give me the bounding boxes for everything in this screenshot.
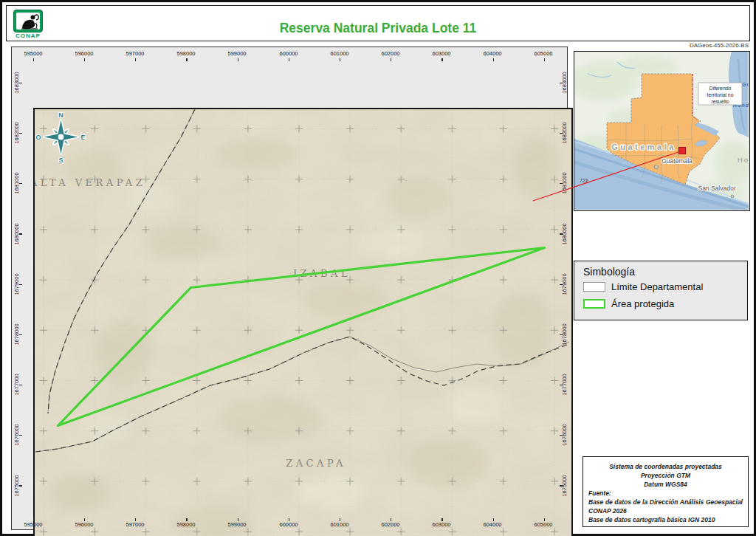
grid-label-bottom: 598000	[176, 521, 195, 528]
main-map-frame: 595000 596000 597000 598000 599000 60000…	[11, 47, 568, 530]
grid-label-bottom: 599000	[227, 521, 246, 528]
territorial-note: Diferendo territorial no resuelto	[698, 83, 742, 105]
grid-label-right: 1680000	[561, 223, 568, 244]
grid-label-top: 599000	[227, 50, 246, 57]
guatemala-inset: Guatemala Guatemala San Salvador Ho Gu H…	[574, 52, 749, 210]
legend-item-label: Área protegida	[611, 298, 674, 309]
grid-label-right: 1681000	[561, 172, 568, 193]
crs-line: Sistema de coordenadas proyectadas	[588, 462, 743, 471]
grid-label-left: 1676000	[13, 424, 20, 445]
topographic-map: ALTA VERAPAZ IZABAL ZACAPA N E S O	[35, 109, 571, 536]
grid-label-left: 1681000	[13, 172, 20, 193]
country-label: Guatemala	[611, 142, 676, 151]
sea-name-fragment: Gu	[742, 82, 749, 87]
protected-area-swatch	[583, 299, 605, 309]
grid-label-right: 1676000	[561, 424, 568, 445]
san-salvador-label: San Salvador	[698, 185, 735, 192]
legend-item-label: Límite Departamental	[611, 281, 703, 292]
grid-label-bottom: 604000	[483, 521, 501, 528]
grid-ticks-top	[24, 58, 558, 61]
coordinate-grid	[35, 109, 571, 536]
compass-east-label: E	[80, 134, 85, 141]
grid-label-top: 600000	[279, 50, 298, 57]
source-line-1: Base de datos de la Dirección Análisis G…	[588, 498, 743, 506]
grid-label-right: 1675000	[561, 475, 568, 496]
grid-label-top: 604000	[483, 50, 501, 57]
conap-logo-label: CONAP	[9, 32, 47, 39]
grid-label-top: 597000	[126, 50, 144, 57]
locator-inset-map: Guatemala Guatemala San Salvador Ho Gu H…	[574, 51, 750, 211]
grid-label-bottom: 595000	[24, 521, 42, 528]
compass-north-label: N	[58, 111, 63, 119]
compass-south-label: S	[58, 157, 63, 164]
grid-label-bottom: 602000	[381, 521, 399, 528]
legend-title: Simbología	[583, 266, 635, 278]
capital-city-dot	[654, 165, 658, 168]
grid-label-left: 1680000	[13, 223, 20, 244]
grid-label-bottom: 605000	[534, 521, 552, 528]
grid-label-left: 1683000	[13, 72, 20, 93]
departmental-limit-swatch	[583, 282, 605, 292]
grid-label-right: 1679000	[561, 273, 568, 295]
map-sheet: Reserva Natural Privada Lote 11 CONAP DA…	[0, 0, 756, 536]
legend-item-protected-area: Área protegida	[583, 298, 674, 309]
grid-label-left: 1679000	[13, 273, 20, 295]
datum-line: Datum WGS84	[588, 480, 743, 489]
legend-item-departmental-limit: Límite Departamental	[583, 281, 703, 292]
grid-label-top: 605000	[534, 50, 552, 57]
conap-logo-icon	[13, 10, 43, 32]
note-line-1: Diferendo	[709, 86, 732, 91]
grid-label-top: 595000	[24, 50, 42, 57]
san-salvador-dot	[731, 195, 734, 198]
monkey-icon	[16, 13, 41, 31]
document-code: DAGeos-455-2026-BS	[690, 42, 749, 49]
note-line-3: resuelto	[711, 99, 729, 104]
grid-label-bottom: 603000	[432, 521, 450, 528]
grid-label-bottom: 600000	[279, 521, 298, 528]
grid-label-right: 1678000	[561, 323, 568, 345]
legend: Simbología Límite Departamental Área pro…	[574, 261, 748, 320]
note-line-2: territorial no	[707, 92, 734, 97]
location-marker-icon	[679, 148, 686, 154]
grid-label-bottom: 596000	[75, 521, 93, 528]
grid-label-left: 1677000	[13, 374, 20, 395]
compass-west-label: O	[35, 134, 41, 141]
page-title: Reserva Natural Privada Lote 11	[7, 21, 749, 36]
region-label-alta-verapaz: ALTA VERAPAZ	[35, 177, 145, 188]
road-number-label: 721	[580, 178, 588, 183]
grid-label-top: 603000	[432, 50, 450, 57]
grid-label-top: 598000	[176, 50, 195, 57]
source-heading: Fuente:	[588, 489, 743, 498]
grid-label-top: 601000	[330, 50, 348, 57]
grid-label-left: 1678000	[13, 323, 20, 345]
grid-label-top: 602000	[381, 50, 399, 57]
region-label-zacapa: ZACAPA	[286, 458, 346, 469]
source-line-3: Base de datos cartografía básica IGN 201…	[588, 515, 743, 524]
grid-label-left: 1682000	[13, 122, 20, 143]
metadata-box: Sistema de coordenadas proyectadas Proye…	[583, 456, 749, 527]
projection-line: Proyección GTM	[588, 471, 743, 480]
grid-ticks-left	[19, 63, 22, 516]
capital-city-label: Guatemala	[662, 157, 693, 165]
header: Reserva Natural Privada Lote 11	[6, 5, 750, 41]
grid-label-left: 1675000	[13, 475, 20, 496]
grid-label-top: 596000	[75, 50, 93, 57]
source-line-2: CONAP 2026	[588, 506, 743, 515]
grid-label-right: 1683000	[561, 72, 568, 93]
grid-label-right: 1677000	[561, 374, 568, 395]
honduras-label: Ho	[738, 156, 749, 164]
grid-label-bottom: 601000	[330, 521, 348, 528]
grid-label-bottom: 597000	[126, 521, 144, 528]
grid-label-right: 1682000	[561, 122, 568, 143]
map-canvas: ALTA VERAPAZ IZABAL ZACAPA N E S O	[33, 108, 573, 536]
